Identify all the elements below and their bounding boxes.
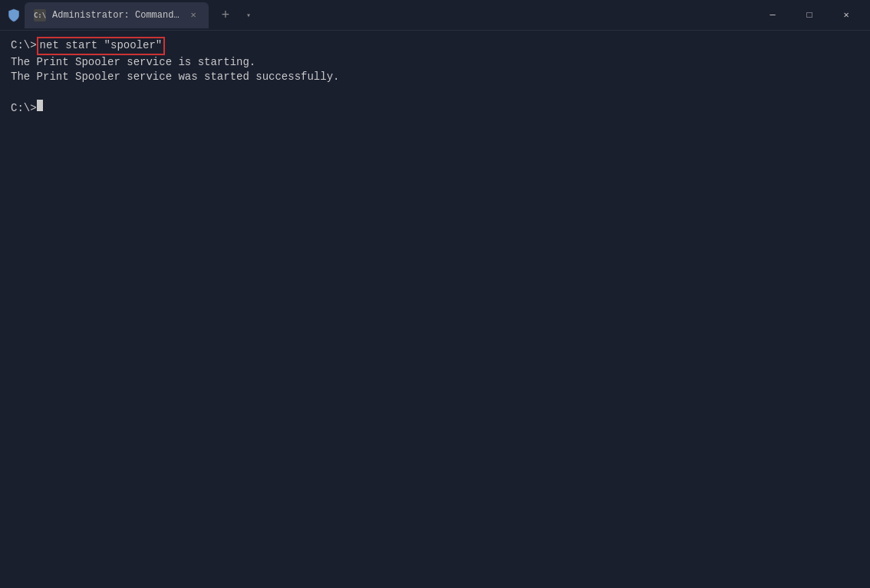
- titlebar-right: — □ ✕: [755, 3, 864, 28]
- close-button[interactable]: ✕: [829, 3, 864, 28]
- titlebar: C:\ Administrator: Command Prom ✕ + ▾ — …: [0, 0, 870, 31]
- tab-close-button[interactable]: ✕: [187, 9, 199, 21]
- terminal-content[interactable]: C:\>net start "spooler" The Print Spoole…: [0, 31, 870, 588]
- shield-icon: [6, 8, 21, 23]
- maximize-button[interactable]: □: [792, 3, 827, 28]
- active-tab[interactable]: C:\ Administrator: Command Prom ✕: [25, 2, 209, 28]
- tab-cmd-icon: C:\: [34, 9, 46, 21]
- dropdown-button[interactable]: ▾: [239, 6, 258, 25]
- cursor: [37, 100, 43, 111]
- prompt1: C:\>: [11, 38, 37, 54]
- titlebar-left: C:\ Administrator: Command Prom ✕ + ▾: [6, 2, 755, 28]
- command-line: C:\>net start "spooler": [11, 37, 859, 55]
- output-line-1: The Print Spooler service is starting.: [11, 55, 859, 71]
- cursor-line: C:\>: [11, 100, 859, 117]
- empty-line: [11, 85, 859, 100]
- highlighted-command: net start "spooler": [37, 37, 166, 55]
- prompt2: C:\>: [11, 101, 37, 117]
- terminal-window: C:\ Administrator: Command Prom ✕ + ▾ — …: [0, 0, 870, 588]
- minimize-button[interactable]: —: [755, 3, 790, 28]
- output-line-2: The Print Spooler service was started su…: [11, 70, 859, 85]
- tab-title: Administrator: Command Prom: [52, 10, 181, 21]
- new-tab-button[interactable]: +: [215, 5, 236, 26]
